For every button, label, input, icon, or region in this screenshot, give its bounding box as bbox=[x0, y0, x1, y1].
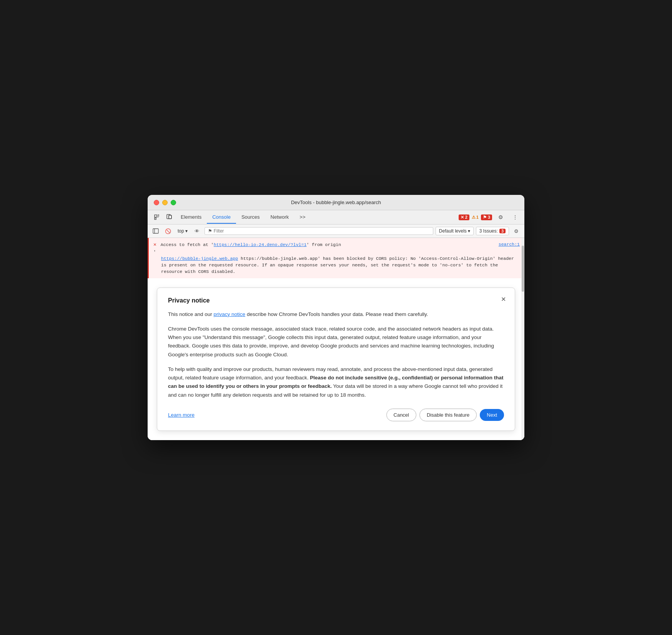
clear-console-icon[interactable]: 🚫 bbox=[163, 226, 173, 236]
error-text-before: Access to fetch at ' bbox=[161, 242, 214, 247]
inspect-element-icon[interactable] bbox=[151, 210, 163, 224]
disable-feature-button[interactable]: Disable this feature bbox=[419, 409, 477, 421]
console-area: ✕ Access to fetch at 'https://hello-io-2… bbox=[148, 238, 524, 440]
console-messages: ✕ Access to fetch at 'https://hello-io-2… bbox=[148, 238, 524, 440]
levels-dropdown[interactable]: Default levels ▾ bbox=[436, 227, 474, 235]
window-title: DevTools - bubble-jingle.web.app/search bbox=[291, 199, 381, 205]
maximize-button[interactable] bbox=[171, 200, 176, 205]
cancel-button[interactable]: Cancel bbox=[386, 409, 416, 421]
filter-icon: ⚑ bbox=[208, 228, 212, 234]
issues-badge-red: 3 bbox=[499, 229, 506, 233]
svg-rect-1 bbox=[155, 218, 156, 219]
tab-console[interactable]: Console bbox=[207, 211, 236, 224]
next-button[interactable]: Next bbox=[480, 409, 504, 421]
issue-count: 3 bbox=[488, 215, 490, 219]
titlebar: DevTools - bubble-jingle.web.app/search bbox=[148, 195, 524, 210]
issue-flag-icon: ⚑ bbox=[483, 215, 487, 220]
console-toolbar: 🚫 top ▾ 👁 ⚑ Default levels ▾ 3 Issues: 3… bbox=[148, 224, 524, 238]
scrollbar-thumb bbox=[522, 246, 524, 292]
warning-count: 1 bbox=[476, 215, 479, 219]
warning-badge: ⚠ 1 bbox=[472, 215, 479, 220]
tab-elements[interactable]: Elements bbox=[175, 211, 207, 224]
svg-rect-6 bbox=[169, 215, 171, 219]
source-link[interactable]: search:1 bbox=[499, 241, 520, 255]
error-url-link[interactable]: https://hello-io-24.deno.dev/?lvl=1 bbox=[214, 242, 307, 247]
traffic-lights bbox=[154, 200, 176, 205]
dialog-paragraph-1: This notice and our privacy notice descr… bbox=[168, 310, 504, 319]
issue-badge: ⚑ 3 bbox=[481, 214, 492, 220]
tab-sources[interactable]: Sources bbox=[236, 211, 265, 224]
console-settings-icon[interactable]: ⚙ bbox=[511, 226, 521, 236]
error-count: 2 bbox=[465, 215, 467, 219]
privacy-notice-dialog: ✕ Privacy notice This notice and our pri… bbox=[157, 288, 515, 431]
dialog-paragraph-3: To help with quality and improve our pro… bbox=[168, 365, 504, 399]
dialog-close-button[interactable]: ✕ bbox=[498, 294, 509, 305]
error-icon: ✕ bbox=[153, 242, 156, 248]
para1-after: describe how Chrome DevTools handles you… bbox=[245, 311, 428, 317]
filter-input[interactable] bbox=[214, 228, 430, 234]
privacy-notice-link[interactable]: privacy notice bbox=[214, 311, 246, 317]
issues-counter[interactable]: 3 Issues: 3 bbox=[476, 227, 509, 235]
levels-chevron-icon: ▾ bbox=[468, 228, 470, 234]
minimize-button[interactable] bbox=[162, 200, 168, 205]
eye-icon[interactable]: 👁 bbox=[192, 226, 202, 236]
devtools-tab-bar: Elements Console Sources Network >> ✕ 2 … bbox=[148, 210, 524, 224]
svg-rect-8 bbox=[153, 229, 158, 233]
error-origin-url: https://bubble-jingle.web.app https://bu… bbox=[153, 255, 520, 275]
cors-error-message: ✕ Access to fetch at 'https://hello-io-2… bbox=[148, 238, 524, 278]
sidebar-toggle-icon[interactable] bbox=[151, 226, 161, 236]
more-options-icon[interactable]: ⋮ bbox=[509, 210, 521, 224]
dialog-body: This notice and our privacy notice descr… bbox=[168, 310, 504, 399]
chevron-down-icon: ▾ bbox=[185, 228, 188, 234]
dialog-paragraph-2: Chrome DevTools uses the console message… bbox=[168, 325, 504, 359]
warning-icon: ⚠ bbox=[472, 215, 476, 220]
error-x-icon: ✕ bbox=[461, 215, 464, 220]
context-label: top bbox=[178, 228, 184, 234]
settings-icon[interactable]: ⚙ bbox=[494, 210, 507, 224]
toolbar-right: ✕ 2 ⚠ 1 ⚑ 3 ⚙ ⋮ bbox=[459, 210, 521, 224]
issues-label: 3 Issues: bbox=[479, 228, 498, 234]
device-toolbar-icon[interactable] bbox=[163, 210, 175, 224]
filter-container: ⚑ bbox=[205, 227, 433, 235]
dialog-footer: Learn more Cancel Disable this feature N… bbox=[168, 409, 504, 421]
tab-more[interactable]: >> bbox=[294, 211, 311, 224]
scrollbar[interactable] bbox=[521, 238, 524, 440]
para1-before: This notice and our bbox=[168, 311, 214, 317]
tab-network[interactable]: Network bbox=[265, 211, 294, 224]
dialog-overlay: ✕ Privacy notice This notice and our pri… bbox=[148, 278, 524, 440]
levels-label: Default levels bbox=[439, 228, 467, 234]
svg-rect-0 bbox=[155, 215, 157, 217]
context-selector[interactable]: top ▾ bbox=[175, 228, 190, 234]
error-badge: ✕ 2 bbox=[459, 214, 469, 220]
learn-more-button[interactable]: Learn more bbox=[168, 412, 195, 418]
close-button[interactable] bbox=[154, 200, 159, 205]
dialog-title: Privacy notice bbox=[168, 297, 504, 304]
